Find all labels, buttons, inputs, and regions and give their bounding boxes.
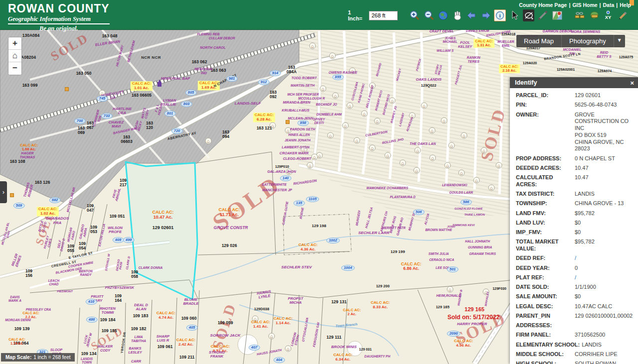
field-label: PROP ADDRESS:	[516, 155, 575, 162]
field-label: ADDRESSES:	[516, 322, 575, 329]
field-value: $0	[575, 293, 581, 300]
field-value: 129 0260100001,00002	[575, 313, 633, 320]
field-label: PIN:	[516, 102, 575, 109]
field-value: $0	[575, 220, 581, 227]
select-pointer-icon[interactable]	[508, 9, 520, 21]
svg-text:XY: XY	[605, 14, 612, 20]
identify-panel-title: Identify	[515, 79, 630, 86]
identify-field-row: OWNER:GROVE CONSTRUCTION CO INC PO BOX 5…	[516, 112, 633, 153]
field-value: 10.47	[575, 174, 589, 188]
field-label: DEED REF:	[516, 255, 575, 262]
previous-extent-icon[interactable]	[466, 9, 478, 21]
link-separator: |	[616, 2, 618, 8]
map-scale-value: 1 inch = 268 feet	[33, 355, 70, 360]
field-value: CORRIHER LIPE	[575, 351, 618, 358]
identify-field-row: TAX DISTRICT:LANDIS	[516, 191, 633, 198]
field-value: LANDIS	[575, 191, 595, 198]
field-value[interactable]: /	[575, 255, 576, 262]
measure-area-icon[interactable]	[588, 9, 600, 21]
identify-field-row: LAND FMV:$95,782	[516, 210, 633, 217]
field-value[interactable]: /	[575, 274, 576, 281]
basemap-switcher: Road Map Photography ▼	[516, 35, 625, 47]
field-label: SALE AMOUNT:	[516, 293, 575, 300]
field-value: 10.47	[575, 165, 589, 172]
field-label: LAND LUV:	[516, 220, 575, 227]
field-value: 3710562500	[575, 332, 605, 339]
identify-field-row: PROP ADDRESS:0 N CHAPEL ST	[516, 155, 633, 162]
identify-field-row: TOTAL MARKET VALUE:$95,782	[516, 239, 633, 252]
field-label: TOWNSHIP:	[516, 200, 575, 207]
field-label: TOTAL MARKET VALUE:	[516, 239, 575, 252]
gis-application: 130A084163 048ELLER BRIANBETHELEHEMHILTO…	[0, 0, 638, 364]
map-scale-readout: Map Scale:1 inch = 268 feet	[1, 353, 75, 362]
zoom-in-icon[interactable]	[409, 9, 421, 21]
header-link[interactable]: Data	[603, 2, 615, 8]
map-zoom-out-button[interactable]: −	[8, 62, 21, 75]
draw-pencil-icon[interactable]	[617, 9, 629, 21]
zoom-out-icon[interactable]	[423, 9, 435, 21]
identify-panel-header[interactable]: Identify ×	[510, 77, 638, 88]
field-label: LAND FMV:	[516, 210, 575, 217]
logo-tagline: Be an original.	[8, 25, 110, 32]
map-home-button[interactable]: ⌂	[8, 50, 21, 62]
field-value: GROVE CONSTRUCTION CO INC PO BOX 519 CHI…	[575, 112, 633, 153]
xy-coordinates-icon[interactable]: XY	[602, 9, 614, 21]
header-links[interactable]: County Home Page|GIS Home|Data|Help	[519, 2, 631, 8]
close-icon[interactable]: ×	[630, 79, 634, 87]
identify-field-row: DEED YEAR:0	[516, 265, 633, 272]
field-label: DEEDED ACRES:	[516, 165, 575, 172]
identify-field-row: HIGH SCHOOL:SOUTH ROWAN	[516, 361, 633, 364]
identify-field-row: SALE AMOUNT:$0	[516, 293, 633, 300]
identify-panel-body: PARCEL_ID:129 02601PIN:5625-06-48-0743OW…	[510, 88, 638, 364]
field-value: $95,782	[575, 210, 595, 217]
map-zoom-control: + ⌂ −	[8, 37, 22, 75]
field-label: ELEMENTARY SCHOOL:	[516, 342, 582, 349]
identify-field-row: PARENT_PIN129 0260100001,00002	[516, 313, 633, 320]
pan-hand-icon[interactable]	[452, 9, 464, 21]
measure-distance-icon[interactable]	[574, 9, 586, 21]
building-marker-icon	[65, 87, 69, 91]
measure-line-icon[interactable]	[537, 9, 549, 21]
header-link[interactable]: Help	[620, 2, 631, 8]
identify-field-row: TOWNSHIP:CHINA GROVE - 13	[516, 200, 633, 207]
field-label: TAX DISTRICT:	[516, 191, 575, 198]
header-link[interactable]: County Home Page	[519, 2, 567, 8]
deselect-tool-icon[interactable]	[523, 9, 535, 21]
field-value: $0	[575, 229, 581, 236]
full-extent-globe-icon[interactable]	[437, 9, 449, 21]
field-label: PLAT REF:	[516, 274, 575, 281]
basemap-dropdown-caret[interactable]: ▼	[614, 35, 625, 47]
identify-field-row: LEGAL DESC:10.47AC CALC	[516, 303, 633, 310]
identify-field-row: ELEMENTARY SCHOOL:LANDIS	[516, 342, 633, 349]
scale-input[interactable]	[369, 11, 398, 20]
map-zoom-in-button[interactable]: +	[8, 37, 21, 50]
rowan-county-logo: ROWAN COUNTY Geographic Information Syst…	[8, 2, 110, 32]
photography-button[interactable]: Photography	[562, 35, 614, 47]
next-extent-icon[interactable]	[480, 9, 492, 21]
road-map-button[interactable]: Road Map	[516, 35, 562, 47]
identify-field-row: DEEDED ACRES:10.47	[516, 165, 633, 172]
field-label: OWNER:	[516, 112, 575, 153]
link-separator: |	[569, 2, 570, 8]
identify-field-row: MIDDLE SCHOOL:CORRIHER LIPE	[516, 351, 633, 358]
identify-tool-icon[interactable]: i	[494, 9, 506, 21]
field-value: 129 02601	[575, 92, 601, 99]
side-panel-toggle[interactable]: ›	[0, 181, 7, 203]
identify-field-row: PLAT REF:/	[516, 274, 633, 281]
logo-subtitle: Geographic Information System	[8, 15, 110, 24]
logo-title: ROWAN COUNTY	[8, 2, 110, 15]
map-scale-label: Map Scale:	[5, 355, 31, 360]
church-icon	[156, 80, 163, 88]
field-label: FIRM PANEL:	[516, 332, 575, 339]
field-label: DEED YEAR:	[516, 265, 575, 272]
field-value: 0	[575, 265, 578, 272]
field-value: 10.47AC CALC	[575, 303, 612, 310]
identify-field-row: PIN:5625-06-48-0743	[516, 102, 633, 109]
google-maps-icon[interactable]	[551, 9, 563, 21]
field-value: SOUTH ROWAN	[575, 361, 616, 364]
field-value: LANDIS	[582, 342, 602, 349]
field-label: DATE SOLD:	[516, 284, 575, 291]
field-value: CHINA GROVE - 13	[575, 200, 624, 207]
header-link[interactable]: GIS Home	[572, 2, 597, 8]
field-label: CALCULATED ACRES:	[516, 174, 575, 188]
